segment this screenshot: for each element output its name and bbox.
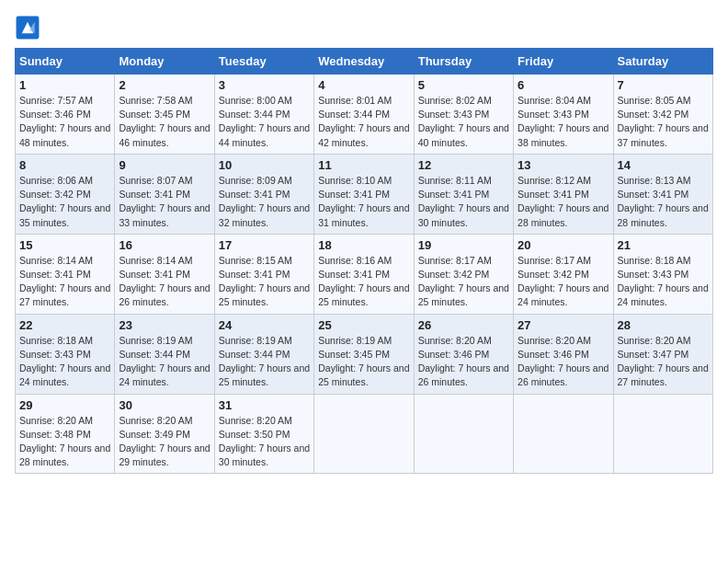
day-cell: 29Sunrise: 8:20 AMSunset: 3:48 PMDayligh… [16, 394, 115, 474]
day-detail: Sunrise: 8:12 AMSunset: 3:41 PMDaylight:… [518, 174, 609, 230]
day-cell: 11Sunrise: 8:10 AMSunset: 3:41 PMDayligh… [314, 154, 414, 234]
header-friday: Friday [514, 49, 613, 75]
day-cell: 21Sunrise: 8:18 AMSunset: 3:43 PMDayligh… [613, 234, 712, 314]
header-thursday: Thursday [414, 49, 513, 75]
day-detail: Sunrise: 8:20 AMSunset: 3:47 PMDaylight:… [618, 334, 709, 390]
day-cell: 22Sunrise: 8:18 AMSunset: 3:43 PMDayligh… [16, 314, 115, 394]
calendar-header: SundayMondayTuesdayWednesdayThursdayFrid… [16, 49, 713, 75]
day-cell: 8Sunrise: 8:06 AMSunset: 3:42 PMDaylight… [16, 154, 115, 234]
day-detail: Sunrise: 8:05 AMSunset: 3:42 PMDaylight:… [618, 94, 709, 150]
header-wednesday: Wednesday [314, 49, 414, 75]
day-cell: 13Sunrise: 8:12 AMSunset: 3:41 PMDayligh… [514, 154, 613, 234]
week-row-1: 1Sunrise: 7:57 AMSunset: 3:46 PMDaylight… [16, 75, 713, 155]
week-row-2: 8Sunrise: 8:06 AMSunset: 3:42 PMDaylight… [16, 154, 713, 234]
day-cell: 18Sunrise: 8:16 AMSunset: 3:41 PMDayligh… [314, 234, 414, 314]
day-detail: Sunrise: 8:20 AMSunset: 3:48 PMDaylight:… [19, 414, 110, 470]
day-detail: Sunrise: 8:07 AMSunset: 3:41 PMDaylight:… [119, 174, 210, 230]
day-cell: 1Sunrise: 7:57 AMSunset: 3:46 PMDaylight… [16, 75, 115, 155]
day-number: 30 [119, 398, 210, 412]
day-number: 27 [518, 318, 609, 332]
day-detail: Sunrise: 8:00 AMSunset: 3:44 PMDaylight:… [219, 94, 310, 150]
day-number: 22 [19, 318, 110, 332]
day-cell: 23Sunrise: 8:19 AMSunset: 3:44 PMDayligh… [115, 314, 214, 394]
logo [15, 15, 44, 40]
day-detail: Sunrise: 8:01 AMSunset: 3:44 PMDaylight:… [318, 94, 409, 150]
header-tuesday: Tuesday [214, 49, 313, 75]
day-number: 13 [518, 158, 609, 172]
day-detail: Sunrise: 8:20 AMSunset: 3:46 PMDaylight:… [518, 334, 609, 390]
day-number: 31 [219, 398, 310, 412]
day-number: 4 [318, 78, 409, 92]
day-detail: Sunrise: 8:18 AMSunset: 3:43 PMDaylight:… [19, 334, 110, 390]
day-number: 11 [318, 158, 409, 172]
day-cell: 24Sunrise: 8:19 AMSunset: 3:44 PMDayligh… [214, 314, 313, 394]
day-cell [613, 394, 712, 474]
day-detail: Sunrise: 8:14 AMSunset: 3:41 PMDaylight:… [19, 254, 110, 310]
day-cell: 26Sunrise: 8:20 AMSunset: 3:46 PMDayligh… [414, 314, 513, 394]
day-detail: Sunrise: 8:18 AMSunset: 3:43 PMDaylight:… [618, 254, 709, 310]
day-detail: Sunrise: 8:19 AMSunset: 3:45 PMDaylight:… [318, 334, 409, 390]
day-cell: 2Sunrise: 7:58 AMSunset: 3:45 PMDaylight… [115, 75, 214, 155]
day-number: 21 [618, 238, 709, 252]
day-cell: 6Sunrise: 8:04 AMSunset: 3:43 PMDaylight… [514, 75, 613, 155]
day-detail: Sunrise: 8:20 AMSunset: 3:46 PMDaylight:… [418, 334, 509, 390]
calendar-table: SundayMondayTuesdayWednesdayThursdayFrid… [15, 48, 713, 474]
day-number: 15 [19, 238, 110, 252]
calendar-body: 1Sunrise: 7:57 AMSunset: 3:46 PMDaylight… [16, 75, 713, 474]
day-number: 29 [19, 398, 110, 412]
day-detail: Sunrise: 8:15 AMSunset: 3:41 PMDaylight:… [219, 254, 310, 310]
day-number: 9 [119, 158, 210, 172]
day-cell: 9Sunrise: 8:07 AMSunset: 3:41 PMDaylight… [115, 154, 214, 234]
day-cell [514, 394, 613, 474]
day-number: 18 [318, 238, 409, 252]
day-cell: 20Sunrise: 8:17 AMSunset: 3:42 PMDayligh… [514, 234, 613, 314]
day-detail: Sunrise: 8:10 AMSunset: 3:41 PMDaylight:… [318, 174, 409, 230]
week-row-5: 29Sunrise: 8:20 AMSunset: 3:48 PMDayligh… [16, 394, 713, 474]
day-cell: 19Sunrise: 8:17 AMSunset: 3:42 PMDayligh… [414, 234, 513, 314]
day-number: 28 [618, 318, 709, 332]
day-detail: Sunrise: 8:06 AMSunset: 3:42 PMDaylight:… [19, 174, 110, 230]
day-detail: Sunrise: 8:04 AMSunset: 3:43 PMDaylight:… [518, 94, 609, 150]
day-detail: Sunrise: 8:17 AMSunset: 3:42 PMDaylight:… [518, 254, 609, 310]
header-monday: Monday [115, 49, 214, 75]
day-number: 7 [618, 78, 709, 92]
header [15, 15, 713, 40]
day-cell: 12Sunrise: 8:11 AMSunset: 3:41 PMDayligh… [414, 154, 513, 234]
day-cell: 17Sunrise: 8:15 AMSunset: 3:41 PMDayligh… [214, 234, 313, 314]
day-detail: Sunrise: 7:57 AMSunset: 3:46 PMDaylight:… [19, 94, 110, 150]
day-cell: 16Sunrise: 8:14 AMSunset: 3:41 PMDayligh… [115, 234, 214, 314]
day-number: 25 [318, 318, 409, 332]
day-cell: 15Sunrise: 8:14 AMSunset: 3:41 PMDayligh… [16, 234, 115, 314]
day-number: 8 [19, 158, 110, 172]
day-number: 17 [219, 238, 310, 252]
day-cell: 3Sunrise: 8:00 AMSunset: 3:44 PMDaylight… [214, 75, 313, 155]
day-number: 14 [618, 158, 709, 172]
day-number: 12 [418, 158, 509, 172]
day-detail: Sunrise: 8:19 AMSunset: 3:44 PMDaylight:… [219, 334, 310, 390]
day-detail: Sunrise: 8:14 AMSunset: 3:41 PMDaylight:… [119, 254, 210, 310]
day-number: 10 [219, 158, 310, 172]
day-cell: 10Sunrise: 8:09 AMSunset: 3:41 PMDayligh… [214, 154, 313, 234]
day-cell [414, 394, 513, 474]
day-number: 2 [119, 78, 210, 92]
day-detail: Sunrise: 8:16 AMSunset: 3:41 PMDaylight:… [318, 254, 409, 310]
day-number: 24 [219, 318, 310, 332]
day-cell: 27Sunrise: 8:20 AMSunset: 3:46 PMDayligh… [514, 314, 613, 394]
day-detail: Sunrise: 8:02 AMSunset: 3:43 PMDaylight:… [418, 94, 509, 150]
day-cell: 5Sunrise: 8:02 AMSunset: 3:43 PMDaylight… [414, 75, 513, 155]
day-detail: Sunrise: 8:20 AMSunset: 3:49 PMDaylight:… [119, 414, 210, 470]
day-cell: 4Sunrise: 8:01 AMSunset: 3:44 PMDaylight… [314, 75, 414, 155]
day-number: 16 [119, 238, 210, 252]
day-detail: Sunrise: 8:20 AMSunset: 3:50 PMDaylight:… [219, 414, 310, 470]
day-cell: 14Sunrise: 8:13 AMSunset: 3:41 PMDayligh… [613, 154, 712, 234]
day-cell: 31Sunrise: 8:20 AMSunset: 3:50 PMDayligh… [214, 394, 313, 474]
day-detail: Sunrise: 8:19 AMSunset: 3:44 PMDaylight:… [119, 334, 210, 390]
day-number: 26 [418, 318, 509, 332]
header-sunday: Sunday [16, 49, 115, 75]
day-detail: Sunrise: 8:09 AMSunset: 3:41 PMDaylight:… [219, 174, 310, 230]
day-cell: 25Sunrise: 8:19 AMSunset: 3:45 PMDayligh… [314, 314, 414, 394]
logo-icon [15, 15, 40, 40]
day-detail: Sunrise: 8:13 AMSunset: 3:41 PMDaylight:… [618, 174, 709, 230]
day-detail: Sunrise: 8:11 AMSunset: 3:41 PMDaylight:… [418, 174, 509, 230]
day-cell: 28Sunrise: 8:20 AMSunset: 3:47 PMDayligh… [613, 314, 712, 394]
